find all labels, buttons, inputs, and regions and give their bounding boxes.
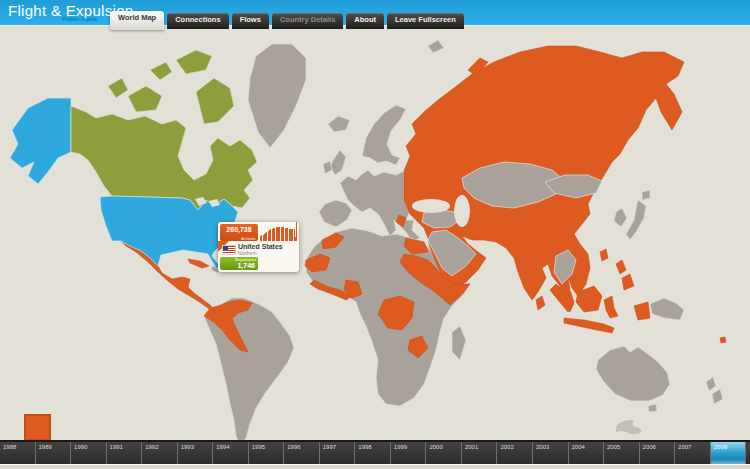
timeline-year-partial[interactable] xyxy=(745,442,750,466)
timeline-year-1997[interactable]: 1997 xyxy=(319,442,355,466)
timeline-year-1990[interactable]: 1990 xyxy=(70,442,106,466)
timeline-year-1992[interactable]: 1992 xyxy=(141,442,177,466)
islands-fiji[interactable] xyxy=(720,337,726,343)
arrivals-value: 260,738 xyxy=(220,226,258,233)
departures-label: Departures xyxy=(235,257,256,262)
timeline-year-2003[interactable]: 2003 xyxy=(532,442,568,466)
bottom-scroll-strip[interactable] xyxy=(0,464,750,469)
timeline-year-1993[interactable]: 1993 xyxy=(177,442,213,466)
departures-value: 1,746 xyxy=(237,262,255,269)
tab-about[interactable]: About xyxy=(346,13,384,29)
tab-connections[interactable]: Connections xyxy=(167,13,228,29)
timeline-year-2005[interactable]: 2005 xyxy=(603,442,639,466)
world-map[interactable] xyxy=(0,0,750,469)
tab-flows[interactable]: Flows xyxy=(232,13,269,29)
timeline-year-2001[interactable]: 2001 xyxy=(461,442,497,466)
timeline-year-1994[interactable]: 1994 xyxy=(212,442,248,466)
tab-world-map[interactable]: World Map xyxy=(110,11,164,30)
tab-leave-fullscreen[interactable]: Leave Fullscreen xyxy=(387,13,464,29)
timeline-year-1996[interactable]: 1996 xyxy=(283,442,319,466)
timeline-year-1991[interactable]: 1991 xyxy=(106,442,142,466)
timeline-year-1989[interactable]: 1989 xyxy=(35,442,71,466)
tooltip-country-name: United States xyxy=(238,243,283,250)
sparkline-bar xyxy=(296,222,297,241)
tab-country-details: Country Details xyxy=(272,13,343,29)
arrivals-sparkline xyxy=(260,222,297,241)
timeline-year-1995[interactable]: 1995 xyxy=(248,442,284,466)
timeline-year-2002[interactable]: 2002 xyxy=(496,442,532,466)
timeline-year-2000[interactable]: 2000 xyxy=(425,442,461,466)
timeline-year-2006[interactable]: 2006 xyxy=(639,442,675,466)
timeline-year-1999[interactable]: 1999 xyxy=(390,442,426,466)
departures-badge: Departures 1,746 xyxy=(220,257,258,270)
legend-highlight-swatch xyxy=(24,414,51,441)
timeline-year-1988[interactable]: 1988 xyxy=(0,442,35,466)
arrivals-badge: 260,738 Arrivals xyxy=(220,224,258,241)
black-sea xyxy=(412,199,450,213)
nav-tabs: World MapConnectionsFlowsCountry Details… xyxy=(110,11,464,30)
timeline-year-2008[interactable]: 2008 xyxy=(710,442,746,466)
arrivals-label: Arrivals xyxy=(241,237,256,242)
timeline-year-2004[interactable]: 2004 xyxy=(568,442,604,466)
timeline-year-1998[interactable]: 1998 xyxy=(354,442,390,466)
caspian-sea xyxy=(454,195,470,227)
timeline-year-2007[interactable]: 2007 xyxy=(674,442,710,466)
app-subtitle: Public Alpha xyxy=(33,16,97,22)
country-tooltip: 260,738 Arrivals United States Northern … xyxy=(218,222,299,272)
timeline[interactable]: 1988198919901991199219931994199519961997… xyxy=(0,440,750,466)
us-flag-icon xyxy=(222,245,236,255)
